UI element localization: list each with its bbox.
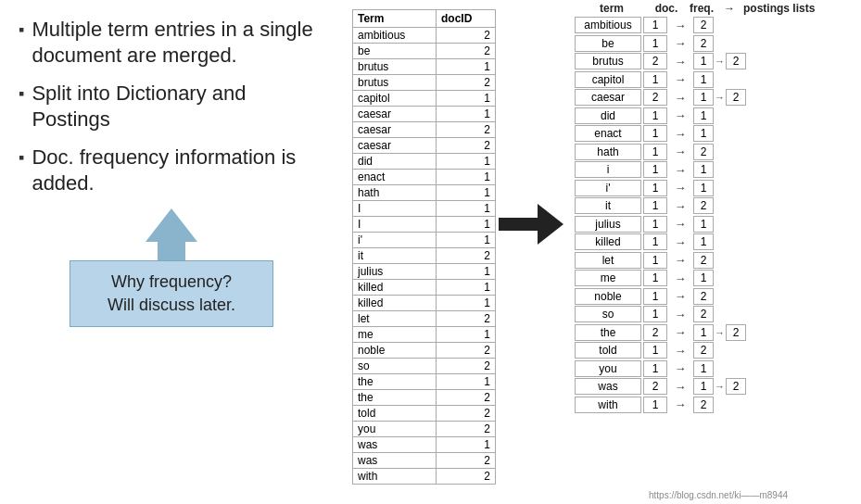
- post-cell-1: 2: [693, 306, 714, 322]
- cell-docid: 2: [437, 422, 496, 437]
- right-panel: term doc. freq. → postings lists ambitio…: [575, 0, 861, 504]
- post-chain: 1: [693, 125, 714, 142]
- post-chain: 1: [693, 216, 714, 233]
- bullet-item-3: Doc. frequency information is added.: [19, 145, 324, 195]
- bullet-item-2: Split into Dictionary and Postings: [19, 81, 324, 132]
- dict-row: brutus2→1→2: [575, 53, 861, 69]
- post-chain: 1: [693, 360, 714, 377]
- dict-doc-cell: 1: [643, 17, 667, 33]
- table-row: killed1: [353, 280, 496, 296]
- dict-doc-cell: 1: [643, 270, 667, 286]
- dict-arrow-icon: →: [667, 36, 693, 50]
- cell-term: enact: [353, 170, 437, 185]
- dict-arrow-icon: →: [667, 19, 693, 32]
- table-row: was2: [353, 453, 496, 469]
- post-chain: 2: [693, 144, 714, 160]
- dict-term-cell: did: [575, 107, 641, 124]
- cell-docid: 2: [437, 453, 496, 469]
- table-row: it2: [353, 248, 496, 264]
- cell-docid: 2: [437, 75, 496, 91]
- col-docid-header: docID: [437, 10, 496, 28]
- post-chain: 2: [693, 306, 714, 322]
- table-row: you2: [353, 422, 496, 437]
- dict-arrow-icon: →: [667, 235, 693, 249]
- post-cell-1: 1: [693, 107, 714, 124]
- dict-row: hath1→2: [575, 144, 861, 160]
- post-chain: 2: [693, 397, 714, 413]
- cell-term: let: [353, 311, 437, 327]
- cell-term: with: [353, 469, 437, 485]
- post-chain: 1: [693, 107, 714, 124]
- post-chain: 2: [693, 35, 714, 52]
- speech-box: Why frequency? Will discuss later.: [70, 260, 273, 327]
- dict-term-cell: hath: [575, 144, 641, 160]
- post-cell-2: 2: [726, 53, 746, 69]
- dict-rows: ambitious1→2be1→2brutus2→1→2capitol1→1ca…: [575, 17, 861, 413]
- post-chain: 2: [693, 197, 714, 214]
- dict-row: noble1→2: [575, 288, 861, 305]
- dict-term-cell: the: [575, 324, 641, 341]
- cell-term: brutus: [353, 75, 437, 91]
- dict-doc-cell: 1: [643, 107, 667, 124]
- dict-arrow-icon: →: [667, 127, 693, 141]
- post-chain: 2: [693, 17, 714, 33]
- dict-term-cell: caesar: [575, 89, 641, 106]
- cell-docid: 1: [437, 170, 496, 185]
- table-row: with2: [353, 469, 496, 485]
- dict-row: told1→2: [575, 342, 861, 359]
- dict-term-cell: brutus: [575, 53, 641, 69]
- dict-row: was2→1→2: [575, 378, 861, 395]
- dict-arrow-icon: →: [667, 344, 693, 358]
- dict-arrow-icon: →: [667, 199, 693, 213]
- cell-docid: 2: [437, 28, 496, 44]
- post-chain: 1→2: [693, 53, 746, 69]
- dict-doc-cell: 1: [643, 180, 667, 196]
- middle-table-container: Term docID ambitious2be2brutus1brutus2ca…: [352, 9, 496, 485]
- dict-row: julius1→1: [575, 216, 861, 233]
- cell-term: caesar: [353, 122, 437, 138]
- table-row: I1: [353, 217, 496, 233]
- dict-doc-cell: 2: [643, 378, 667, 395]
- dict-row: ambitious1→2: [575, 17, 861, 33]
- post-chain: 1: [693, 161, 714, 178]
- post-cell-2: 2: [726, 89, 746, 106]
- dict-doc-cell: 1: [643, 360, 667, 377]
- cell-docid: 1: [437, 280, 496, 296]
- cell-docid: 1: [437, 264, 496, 280]
- cell-term: caesar: [353, 138, 437, 154]
- post-sep-icon: →: [715, 327, 725, 338]
- dict-row: be1→2: [575, 35, 861, 52]
- cell-term: you: [353, 422, 437, 437]
- dict-doc-cell: 1: [643, 197, 667, 214]
- dict-term-cell: be: [575, 35, 641, 52]
- dict-doc-cell: 2: [643, 53, 667, 69]
- table-row: enact1: [353, 170, 496, 185]
- dict-arrow-icon: →: [667, 361, 693, 375]
- table-row: hath1: [353, 185, 496, 201]
- table-row: did1: [353, 154, 496, 170]
- dict-arrow-icon: →: [667, 163, 693, 177]
- dict-row: killed1→1: [575, 233, 861, 250]
- dict-term-cell: with: [575, 397, 641, 413]
- post-cell-1: 2: [693, 144, 714, 160]
- dict-row: i'1→1: [575, 180, 861, 196]
- dict-doc-cell: 1: [643, 233, 667, 250]
- dict-doc-cell: 1: [643, 125, 667, 142]
- header-arrow: →: [719, 2, 740, 15]
- post-chain: 1→2: [693, 324, 746, 341]
- cell-term: was: [353, 437, 437, 453]
- dict-arrow-icon: →: [667, 181, 693, 195]
- table-row: julius1: [353, 264, 496, 280]
- post-cell-1: 1: [693, 233, 714, 250]
- dict-row: the2→1→2: [575, 324, 861, 341]
- post-chain: 1→2: [693, 89, 746, 106]
- post-cell-2: 2: [726, 378, 746, 395]
- cell-term: brutus: [353, 59, 437, 75]
- cell-term: killed: [353, 280, 437, 296]
- post-chain: 2: [693, 342, 714, 359]
- post-cell-1: 1: [693, 324, 714, 341]
- dict-term-cell: let: [575, 252, 641, 269]
- post-cell-1: 1: [693, 378, 714, 395]
- cell-term: killed: [353, 296, 437, 311]
- dict-term-cell: noble: [575, 288, 641, 305]
